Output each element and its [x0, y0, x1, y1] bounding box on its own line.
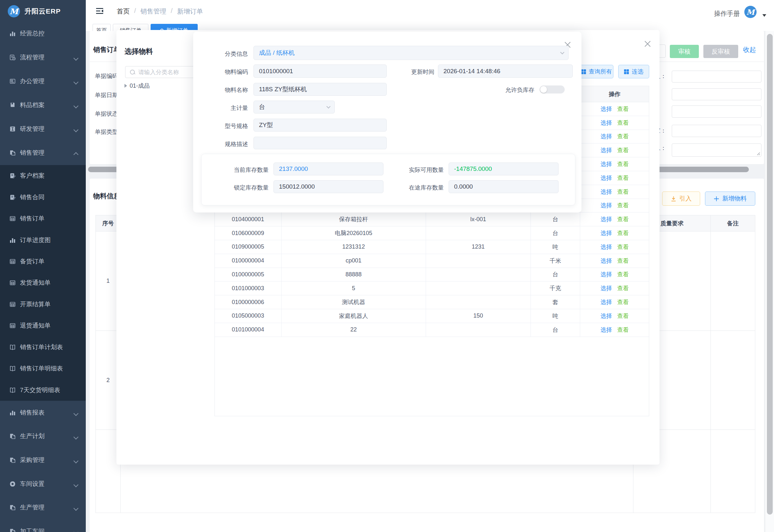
- select-link[interactable]: 选择: [600, 257, 612, 265]
- view-link[interactable]: 查看: [617, 229, 629, 237]
- locked-stock-field[interactable]: 150012.0000: [273, 180, 383, 193]
- select-link[interactable]: 选择: [600, 188, 612, 196]
- select-link[interactable]: 选择: [600, 284, 612, 292]
- view-link[interactable]: 查看: [617, 146, 629, 154]
- sidebar-item-bottom-3[interactable]: 车间设置: [0, 472, 86, 496]
- sidebar-item-bottom-1[interactable]: 生产计划: [0, 425, 86, 448]
- cell-remark[interactable]: [711, 232, 755, 330]
- sidebar-item-top-5[interactable]: 销售管理: [0, 141, 86, 165]
- cell-remark[interactable]: [711, 331, 755, 429]
- select-link[interactable]: 选择: [600, 160, 612, 168]
- query-all-button[interactable]: 查询所有: [580, 65, 613, 78]
- sidebar-item-top-1[interactable]: 流程管理: [0, 45, 86, 69]
- select-link[interactable]: 选择: [600, 119, 612, 127]
- collapse-link[interactable]: 收起: [743, 45, 756, 54]
- breadcrumb-home[interactable]: 首页: [117, 7, 130, 16]
- updated-time-field[interactable]: 2026-01-14 14:48:46: [438, 64, 573, 78]
- right-form-textarea[interactable]: [672, 143, 761, 157]
- view-link[interactable]: 查看: [617, 312, 629, 320]
- view-link[interactable]: 查看: [617, 298, 629, 306]
- cell-operations: 选择查看: [580, 268, 649, 281]
- select-link[interactable]: 选择: [600, 202, 612, 209]
- main-unit-select[interactable]: 台: [253, 101, 335, 113]
- allow-negative-toggle[interactable]: [540, 85, 565, 94]
- sidebar-item-sub-7[interactable]: 退货通知单: [0, 315, 86, 336]
- select-link[interactable]: 选择: [600, 174, 612, 182]
- select-link[interactable]: 选择: [600, 298, 612, 306]
- vertical-scrollbar-thumb[interactable]: [767, 34, 773, 515]
- add-material-button[interactable]: 新增物料: [705, 192, 755, 206]
- sidebar-item-sub-10[interactable]: 7天交货明细表: [0, 379, 86, 401]
- avatar[interactable]: M: [744, 6, 757, 18]
- sidebar-item-sub-5[interactable]: 发货通知单: [0, 272, 86, 293]
- view-link[interactable]: 查看: [617, 105, 629, 113]
- manual-link[interactable]: 操作手册: [714, 9, 740, 18]
- tree-expand-icon[interactable]: [124, 84, 127, 88]
- avatar-caret-icon[interactable]: [762, 14, 766, 17]
- select-link[interactable]: 选择: [600, 215, 612, 223]
- sidebar-item-sub-1[interactable]: 销售合同: [0, 186, 86, 208]
- select-link[interactable]: 选择: [600, 243, 612, 251]
- sidebar-item-bottom-5[interactable]: 加工车间: [0, 519, 86, 532]
- material-code-field[interactable]: 0101000001: [253, 64, 387, 78]
- sidebar-item-sub-8[interactable]: 销售订单计划表: [0, 337, 86, 358]
- sidebar-item-bottom-4[interactable]: 生产管理: [0, 496, 86, 519]
- view-link[interactable]: 查看: [617, 119, 629, 127]
- transit-stock-field[interactable]: 0.0000: [449, 180, 559, 193]
- audit-button[interactable]: 审核: [670, 45, 699, 58]
- toggle-knob: [540, 86, 547, 93]
- open-book-icon: [9, 365, 16, 372]
- modal-close-icon[interactable]: [643, 40, 652, 48]
- import-button[interactable]: 引入: [662, 192, 700, 206]
- view-link[interactable]: 查看: [617, 188, 629, 196]
- gear-icon: [9, 481, 16, 487]
- material-name-field[interactable]: 118S ZY型纸杯机: [253, 83, 387, 96]
- tree-node-finished-goods[interactable]: 01-成品: [124, 80, 150, 91]
- right-form-input-2[interactable]: [672, 88, 761, 100]
- right-form-input-1[interactable]: [672, 71, 761, 83]
- sidebar-item-top-0[interactable]: 经营总控: [0, 22, 86, 45]
- available-stock-field[interactable]: -147875.0000: [449, 163, 559, 175]
- select-link[interactable]: 选择: [600, 133, 612, 140]
- cell-unit: 吨: [531, 309, 581, 323]
- select-link[interactable]: 选择: [600, 229, 612, 237]
- view-link[interactable]: 查看: [617, 215, 629, 223]
- model-spec-field[interactable]: ZY型: [253, 119, 387, 132]
- view-link[interactable]: 查看: [617, 202, 629, 209]
- right-form-input-4[interactable]: [672, 125, 761, 137]
- view-link[interactable]: 查看: [617, 160, 629, 168]
- unaudit-button[interactable]: 反审核: [703, 45, 738, 58]
- view-link[interactable]: 查看: [617, 326, 629, 334]
- view-link[interactable]: 查看: [617, 243, 629, 251]
- sidebar-item-sub-3[interactable]: 订单进度图: [0, 229, 86, 251]
- select-link[interactable]: 选择: [600, 312, 612, 320]
- view-link[interactable]: 查看: [617, 174, 629, 182]
- sidebar-item-sub-9[interactable]: 销售订单明细表: [0, 358, 86, 379]
- sidebar-item-sub-2[interactable]: 销售订单: [0, 208, 86, 229]
- view-link[interactable]: 查看: [617, 284, 629, 292]
- sidebar-item-top-3[interactable]: 料品档案: [0, 93, 86, 117]
- collapse-sidebar-icon[interactable]: [96, 8, 103, 14]
- view-link[interactable]: 查看: [617, 133, 629, 140]
- right-form-input-3[interactable]: [672, 105, 761, 118]
- view-link[interactable]: 查看: [617, 257, 629, 265]
- select-link[interactable]: 选择: [600, 105, 612, 113]
- modal-title: 选择物料: [124, 47, 153, 56]
- view-link[interactable]: 查看: [617, 271, 629, 278]
- sidebar-item-sub-0[interactable]: 客户档案: [0, 165, 86, 186]
- select-link[interactable]: 选择: [600, 146, 612, 154]
- select-link[interactable]: 选择: [600, 271, 612, 278]
- current-stock-field[interactable]: 2137.0000: [273, 163, 383, 175]
- sidebar-item-bottom-2[interactable]: 采购管理: [0, 448, 86, 472]
- sidebar-item-top-4[interactable]: 研发管理: [0, 117, 86, 141]
- multi-select-button[interactable]: 连选: [618, 65, 649, 78]
- select-link[interactable]: 选择: [600, 326, 612, 334]
- sidebar-item-top-2[interactable]: 办公管理: [0, 69, 86, 93]
- cell-remark[interactable]: [711, 430, 755, 513]
- sidebar-item-sub-4[interactable]: 备货订单: [0, 251, 86, 272]
- sidebar-item-sub-6[interactable]: 开票结算单: [0, 294, 86, 315]
- category-select[interactable]: 成品 / 纸杯机: [253, 46, 569, 60]
- spec-desc-field[interactable]: [253, 137, 387, 149]
- sidebar-item-bottom-0[interactable]: 销售报表: [0, 401, 86, 425]
- breadcrumb-sales[interactable]: 销售管理: [141, 7, 166, 16]
